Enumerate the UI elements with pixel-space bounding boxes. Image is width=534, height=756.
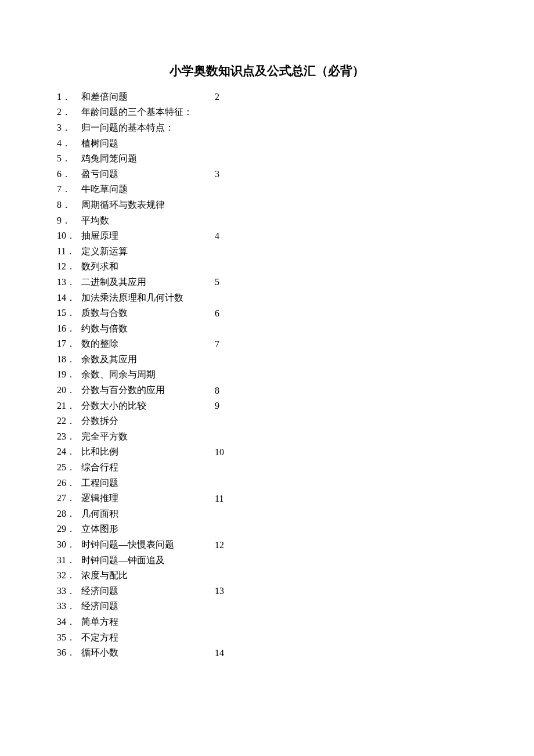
toc-item-label: 植树问题 bbox=[81, 138, 215, 150]
toc-item-number: 7． bbox=[57, 183, 81, 196]
toc-row: 28．几何面积 bbox=[57, 506, 534, 522]
toc-item-number: 36． bbox=[57, 647, 81, 659]
toc-row: 1．和差倍问题2 bbox=[57, 89, 534, 105]
toc-item-number: 21． bbox=[57, 400, 81, 412]
toc-item-page: 8 bbox=[215, 386, 232, 396]
toc-row: 21．分数大小的比较9 bbox=[57, 398, 534, 414]
toc-row: 35．不定方程 bbox=[57, 630, 534, 646]
toc-row: 10．抽屉原理4 bbox=[57, 228, 534, 244]
toc-row: 14．加法乘法原理和几何计数 bbox=[57, 290, 534, 306]
toc-row: 36．循环小数14 bbox=[57, 645, 534, 661]
toc-row: 32．浓度与配比 bbox=[57, 568, 534, 584]
toc-item-number: 20． bbox=[57, 384, 81, 397]
toc-row: 17．数的整除7 bbox=[57, 337, 534, 352]
toc-item-page: 13 bbox=[215, 586, 232, 596]
toc-row: 33．经济问题13 bbox=[57, 584, 534, 599]
toc-item-number: 32． bbox=[57, 570, 81, 582]
toc-row: 9．平均数 bbox=[57, 213, 534, 229]
toc-item-number: 16． bbox=[57, 323, 81, 335]
toc-item-number: 22． bbox=[57, 415, 81, 427]
toc-item-page: 5 bbox=[215, 277, 232, 287]
page-title: 小学奥数知识点及公式总汇（必背） bbox=[0, 63, 534, 79]
toc-item-label: 时钟问题—钟面追及 bbox=[81, 555, 215, 567]
toc-item-label: 余数及其应用 bbox=[81, 354, 215, 366]
toc-item-number: 33． bbox=[57, 600, 81, 613]
toc-item-page: 12 bbox=[215, 540, 232, 550]
toc-row: 25．综合行程 bbox=[57, 460, 534, 476]
toc-item-label: 年龄问题的三个基本特征： bbox=[81, 106, 215, 118]
toc-item-page: 6 bbox=[215, 308, 232, 319]
toc-item-label: 盈亏问题 bbox=[81, 168, 215, 181]
toc-item-number: 10． bbox=[57, 230, 81, 242]
toc-item-label: 二进制及其应用 bbox=[81, 276, 215, 289]
toc-item-label: 抽屉原理 bbox=[81, 230, 215, 242]
toc-row: 31．时钟问题—钟面追及 bbox=[57, 553, 534, 568]
toc-item-label: 分数与百分数的应用 bbox=[81, 384, 215, 397]
toc-item-label: 时钟问题—快慢表问题 bbox=[81, 539, 215, 551]
toc-item-page: 11 bbox=[215, 494, 232, 504]
toc-row: 26．工程问题 bbox=[57, 476, 534, 491]
toc-row: 29．立体图形 bbox=[57, 522, 534, 538]
toc-item-number: 9． bbox=[57, 215, 81, 227]
toc-item-label: 加法乘法原理和几何计数 bbox=[81, 292, 215, 304]
toc-row: 30．时钟问题—快慢表问题12 bbox=[57, 537, 534, 553]
toc-row: 18．余数及其应用 bbox=[57, 352, 534, 368]
toc-item-page: 14 bbox=[215, 648, 232, 658]
toc-item-label: 约数与倍数 bbox=[81, 323, 215, 335]
toc-item-number: 24． bbox=[57, 446, 81, 458]
toc-row: 11．定义新运算 bbox=[57, 244, 534, 260]
toc-item-label: 完全平方数 bbox=[81, 431, 215, 443]
toc-row: 20．分数与百分数的应用8 bbox=[57, 383, 534, 398]
toc-item-label: 平均数 bbox=[81, 215, 215, 227]
toc-item-label: 立体图形 bbox=[81, 523, 215, 535]
toc-item-number: 5． bbox=[57, 153, 81, 165]
toc-item-label: 不定方程 bbox=[81, 632, 215, 644]
toc-item-number: 2． bbox=[57, 106, 81, 118]
toc-row: 13．二进制及其应用5 bbox=[57, 275, 534, 290]
toc-row: 8．周期循环与数表规律 bbox=[57, 197, 534, 213]
toc-row: 27．逻辑推理11 bbox=[57, 491, 534, 506]
toc-item-label: 经济问题 bbox=[81, 585, 215, 597]
toc-item-number: 27． bbox=[57, 492, 81, 505]
toc-row: 15．质数与合数6 bbox=[57, 305, 534, 321]
toc-item-label: 比和比例 bbox=[81, 446, 215, 458]
toc-item-label: 归一问题的基本特点： bbox=[81, 122, 215, 134]
toc-item-label: 几何面积 bbox=[81, 508, 215, 520]
toc-item-number: 8． bbox=[57, 199, 81, 211]
toc-item-number: 19． bbox=[57, 369, 81, 381]
toc-item-number: 4． bbox=[57, 138, 81, 150]
toc-item-number: 6． bbox=[57, 168, 81, 181]
toc-row: 4．植树问题 bbox=[57, 136, 534, 152]
toc-item-number: 11． bbox=[57, 246, 81, 258]
toc-item-number: 25． bbox=[57, 462, 81, 474]
toc-item-label: 分数拆分 bbox=[81, 415, 215, 427]
toc-item-label: 浓度与配比 bbox=[81, 570, 215, 582]
toc-item-label: 质数与合数 bbox=[81, 307, 215, 319]
toc-item-number: 35． bbox=[57, 632, 81, 644]
toc-row: 5．鸡兔同笼问题 bbox=[57, 151, 534, 167]
toc-item-label: 循环小数 bbox=[81, 647, 215, 659]
toc-item-label: 和差倍问题 bbox=[81, 91, 215, 103]
toc-item-number: 26． bbox=[57, 477, 81, 489]
toc-item-number: 33． bbox=[57, 585, 81, 597]
table-of-contents: 1．和差倍问题22．年龄问题的三个基本特征：3．归一问题的基本特点：4．植树问题… bbox=[57, 89, 534, 661]
toc-row: 2．年龄问题的三个基本特征： bbox=[57, 105, 534, 121]
toc-item-label: 简单方程 bbox=[81, 616, 215, 628]
toc-item-number: 13． bbox=[57, 276, 81, 289]
toc-row: 19．余数、同余与周期 bbox=[57, 368, 534, 383]
toc-row: 33．经济问题 bbox=[57, 599, 534, 615]
toc-item-label: 牛吃草问题 bbox=[81, 183, 215, 196]
toc-item-label: 分数大小的比较 bbox=[81, 400, 215, 412]
document-page: 小学奥数知识点及公式总汇（必背） 1．和差倍问题22．年龄问题的三个基本特征：3… bbox=[0, 0, 534, 756]
toc-row: 12．数列求和 bbox=[57, 260, 534, 275]
toc-item-number: 15． bbox=[57, 307, 81, 319]
toc-item-number: 23． bbox=[57, 431, 81, 443]
toc-item-number: 14． bbox=[57, 292, 81, 304]
toc-item-number: 3． bbox=[57, 122, 81, 134]
toc-item-page: 9 bbox=[215, 401, 232, 411]
toc-row: 3．归一问题的基本特点： bbox=[57, 120, 534, 136]
toc-item-number: 12． bbox=[57, 261, 81, 273]
toc-item-number: 34． bbox=[57, 616, 81, 628]
toc-item-number: 30． bbox=[57, 539, 81, 551]
toc-row: 34．简单方程 bbox=[57, 614, 534, 630]
